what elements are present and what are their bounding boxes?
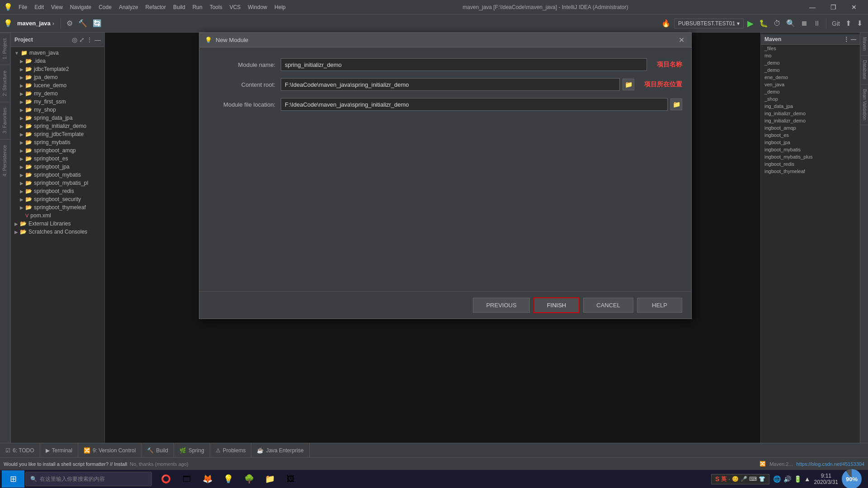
list-item[interactable]: ▶ 📂 springboot_mybatis bbox=[11, 171, 104, 179]
tab-problems[interactable]: ⚠ Problems bbox=[210, 443, 252, 458]
list-item[interactable]: _demo bbox=[761, 66, 860, 74]
tab-version-control[interactable]: 🔀 9: Version Control bbox=[78, 443, 142, 458]
list-item[interactable]: ▶ 📂 jdbcTemplate2 bbox=[11, 65, 104, 73]
git-icon[interactable]: Git bbox=[830, 18, 842, 29]
menu-vcs[interactable]: VCS bbox=[226, 3, 244, 12]
run-hammer-icon[interactable]: 🔥 bbox=[660, 17, 672, 29]
stop-button[interactable]: ⏹ bbox=[799, 18, 810, 29]
menu-analyze[interactable]: Analyze bbox=[116, 3, 142, 12]
menu-build[interactable]: Build bbox=[170, 3, 189, 12]
finish-button[interactable]: FINISH bbox=[533, 297, 580, 313]
taskbar-search[interactable]: 🔍 在这里输入你要搜索的内容 bbox=[25, 472, 152, 486]
status-url[interactable]: https://blog.csdn.net/45153304 bbox=[797, 461, 864, 467]
content-root-browse-button[interactable]: 📁 bbox=[623, 79, 634, 90]
more-icon[interactable]: ⋮ bbox=[86, 36, 93, 43]
locate-icon[interactable]: ◎ bbox=[72, 36, 77, 43]
list-item[interactable]: ▶ 📂 spring_initializr_demo bbox=[11, 122, 104, 130]
vtab-maven[interactable]: Maven bbox=[860, 33, 868, 56]
profile-button[interactable]: 🔍 bbox=[784, 17, 797, 29]
vtab-database[interactable]: Database bbox=[860, 56, 868, 84]
list-item[interactable]: ingboot_es bbox=[761, 131, 860, 139]
list-item[interactable]: ▶ 📂 jpa_demo bbox=[11, 73, 104, 81]
taskbar-photos[interactable]: 🖼 bbox=[281, 470, 300, 488]
list-item[interactable]: _files bbox=[761, 45, 860, 52]
network-icon[interactable]: 🌐 bbox=[773, 475, 781, 483]
list-item[interactable]: ingboot_redis bbox=[761, 160, 860, 168]
list-item[interactable]: ▶ 📂 springboot_amqp bbox=[11, 146, 104, 155]
ime-dot[interactable]: · bbox=[728, 476, 730, 482]
tree-root[interactable]: ▼ 📁 maven_java bbox=[11, 49, 104, 57]
menu-help[interactable]: Help bbox=[271, 3, 289, 12]
list-item[interactable]: ▶ 📂 my_first_ssm bbox=[11, 98, 104, 106]
maximize-button[interactable]: ❐ bbox=[823, 0, 844, 14]
vtab-favorites[interactable]: 3: Favorites bbox=[0, 102, 10, 139]
menu-tools[interactable]: Tools bbox=[207, 3, 226, 12]
taskbar-intellij[interactable]: 💡 bbox=[219, 470, 238, 488]
maven-more-icon[interactable]: ⋮ bbox=[844, 36, 849, 42]
list-item[interactable]: ▶ 📂 Scratches and Consoles bbox=[11, 228, 104, 236]
list-item[interactable]: ▶ 📂 spring_mybatis bbox=[11, 138, 104, 146]
list-item[interactable]: ▶ 📂 spring_jdbcTemplate bbox=[11, 130, 104, 138]
run-config-selector[interactable]: PUBSUBTEST.TEST01 ▾ bbox=[674, 19, 744, 28]
vtab-persistence[interactable]: 4: Persistence bbox=[0, 139, 10, 182]
list-item[interactable]: ▶ 📂 springboot_jpa bbox=[11, 163, 104, 171]
taskbar-sourcetree[interactable]: 🌳 bbox=[240, 470, 259, 488]
ime-lang[interactable]: 英 bbox=[721, 475, 726, 483]
list-item[interactable]: ingboot_amqp bbox=[761, 124, 860, 131]
coverage-button[interactable]: ⏱ bbox=[772, 18, 783, 29]
ime-shirt[interactable]: 👕 bbox=[759, 476, 765, 482]
menu-code[interactable]: Code bbox=[95, 3, 115, 12]
expand-icon[interactable]: ⤢ bbox=[79, 36, 85, 43]
list-item[interactable]: ven_java bbox=[761, 81, 860, 88]
list-item[interactable]: ingboot_thymeleaf bbox=[761, 168, 860, 175]
module-name-input[interactable] bbox=[281, 58, 647, 71]
battery-icon[interactable]: 🔋 bbox=[794, 475, 802, 483]
list-item[interactable]: V pom.xml bbox=[11, 211, 104, 220]
list-item[interactable]: ▶ 📂 External Libraries bbox=[11, 220, 104, 228]
list-item[interactable]: mo bbox=[761, 52, 860, 59]
list-item[interactable]: ing_initializr_demo bbox=[761, 110, 860, 117]
menu-navigate[interactable]: Navigate bbox=[67, 3, 94, 12]
update-icon[interactable]: ⬇ bbox=[855, 17, 864, 29]
ime-icon[interactable]: S bbox=[715, 475, 719, 483]
status-message[interactable]: Would you like to install a shell script… bbox=[4, 461, 127, 467]
list-item[interactable]: ▶ 📂 my_demo bbox=[11, 89, 104, 98]
cancel-button[interactable]: CANCEL bbox=[583, 298, 633, 313]
tab-java-enterprise[interactable]: ☕ Java Enterprise bbox=[251, 443, 309, 458]
project-name-item[interactable]: maven_java › bbox=[14, 18, 57, 28]
tab-terminal[interactable]: ▶ Terminal bbox=[40, 443, 78, 458]
ime-mic[interactable]: 🎤 bbox=[741, 476, 747, 482]
ime-emoji[interactable]: 😊 bbox=[732, 476, 739, 482]
list-item[interactable]: ingboot_mybatis_plus bbox=[761, 153, 860, 160]
debug-button[interactable]: 🐛 bbox=[757, 17, 770, 29]
menu-edit[interactable]: Edit bbox=[31, 3, 47, 12]
tab-build[interactable]: 🔨 Build bbox=[142, 443, 174, 458]
tab-spring[interactable]: 🌿 Spring bbox=[174, 443, 210, 458]
module-file-browse-button[interactable]: 📁 bbox=[670, 99, 682, 110]
menu-window[interactable]: Window bbox=[245, 3, 270, 12]
volume-icon[interactable]: 🔊 bbox=[783, 475, 791, 483]
taskbar-cortana[interactable]: ⭕ bbox=[156, 470, 175, 488]
taskbar-explorer[interactable]: 📁 bbox=[260, 470, 279, 488]
refresh-icon[interactable]: 🔄 bbox=[91, 17, 104, 29]
vcs-icon[interactable]: ⬆ bbox=[844, 17, 853, 29]
list-item[interactable]: _demo bbox=[761, 59, 860, 66]
menu-file[interactable]: File bbox=[15, 3, 30, 12]
menu-run[interactable]: Run bbox=[189, 3, 206, 12]
menu-view[interactable]: View bbox=[48, 3, 66, 12]
play-button[interactable]: ▶ bbox=[745, 17, 755, 30]
menu-refactor[interactable]: Refactor bbox=[142, 3, 169, 12]
list-item[interactable]: ingboot_mybatis bbox=[761, 146, 860, 153]
maven-collapse-icon[interactable]: — bbox=[851, 36, 856, 42]
list-item[interactable]: ▶ 📂 lucene_demo bbox=[11, 81, 104, 89]
close-button[interactable]: ✕ bbox=[844, 0, 864, 14]
modal-close-button[interactable]: ✕ bbox=[677, 36, 686, 45]
vtab-project[interactable]: 1: Project bbox=[0, 33, 10, 65]
list-item[interactable]: ▶ 📂 springboot_mybatis_pl bbox=[11, 179, 104, 187]
taskbar-time[interactable]: 9:11 2020/3/31 bbox=[814, 473, 838, 485]
list-item[interactable]: ▶ 📂 springboot_redis bbox=[11, 187, 104, 195]
tab-todo[interactable]: ☑ 6: TODO bbox=[0, 443, 40, 458]
minimize-button[interactable]: — bbox=[802, 0, 823, 14]
list-item[interactable]: ▶ 📂 .idea bbox=[11, 57, 104, 65]
build-icon[interactable]: 🔨 bbox=[76, 17, 89, 29]
